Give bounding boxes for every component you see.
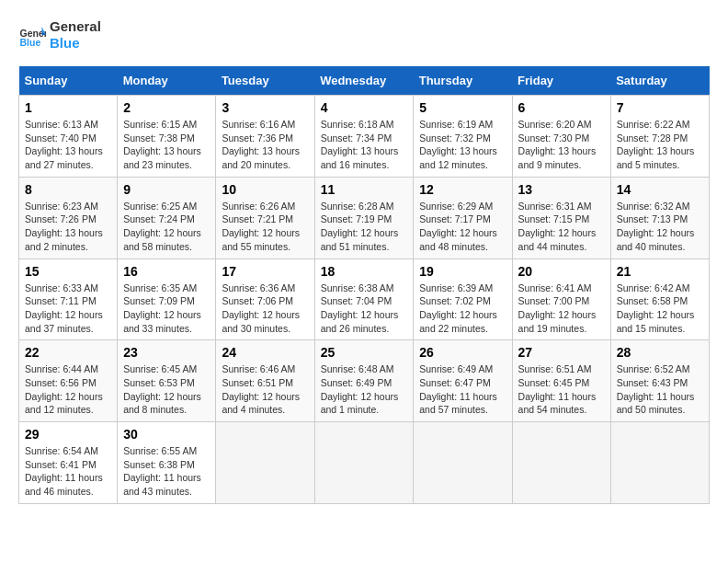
calendar-cell: 2Sunrise: 6:15 AM Sunset: 7:38 PM Daylig… [118,96,216,178]
calendar-cell: 30Sunrise: 6:55 AM Sunset: 6:38 PM Dayli… [118,422,216,504]
week-row-2: 8Sunrise: 6:23 AM Sunset: 7:26 PM Daylig… [19,177,710,259]
calendar-cell [314,422,414,504]
calendar-cell [610,422,709,504]
calendar-cell: 23Sunrise: 6:45 AM Sunset: 6:53 PM Dayli… [118,340,216,422]
calendar-cell: 16Sunrise: 6:35 AM Sunset: 7:09 PM Dayli… [118,259,216,340]
col-header-monday: Monday [118,66,216,96]
day-number: 22 [25,345,111,360]
header-row: SundayMondayTuesdayWednesdayThursdayFrid… [19,66,710,96]
week-row-4: 22Sunrise: 6:44 AM Sunset: 6:56 PM Dayli… [19,340,710,422]
calendar-cell: 11Sunrise: 6:28 AM Sunset: 7:19 PM Dayli… [314,177,414,259]
day-number: 11 [321,182,408,197]
day-number: 24 [222,345,308,360]
day-info: Sunrise: 6:46 AM Sunset: 6:51 PM Dayligh… [222,362,308,417]
day-number: 5 [419,100,506,115]
col-header-friday: Friday [512,66,610,96]
day-number: 12 [419,182,506,197]
col-header-saturday: Saturday [610,66,709,96]
svg-text:Blue: Blue [20,37,41,48]
calendar-cell: 10Sunrise: 6:26 AM Sunset: 7:21 PM Dayli… [216,177,314,259]
day-number: 19 [419,264,506,279]
day-number: 16 [123,264,210,279]
calendar-cell [414,422,512,504]
calendar-cell: 18Sunrise: 6:38 AM Sunset: 7:04 PM Dayli… [314,259,414,340]
calendar-cell: 8Sunrise: 6:23 AM Sunset: 7:26 PM Daylig… [19,177,118,259]
calendar-cell: 25Sunrise: 6:48 AM Sunset: 6:49 PM Dayli… [314,340,414,422]
day-number: 20 [518,264,605,279]
day-info: Sunrise: 6:45 AM Sunset: 6:53 PM Dayligh… [123,362,210,417]
col-header-sunday: Sunday [19,66,118,96]
day-number: 17 [222,264,308,279]
day-info: Sunrise: 6:33 AM Sunset: 7:11 PM Dayligh… [25,282,111,336]
logo: General Blue General Blue [18,18,101,52]
day-info: Sunrise: 6:38 AM Sunset: 7:04 PM Dayligh… [321,282,408,336]
day-number: 10 [222,182,308,197]
day-info: Sunrise: 6:52 AM Sunset: 6:43 PM Dayligh… [617,362,703,417]
calendar-cell: 19Sunrise: 6:39 AM Sunset: 7:02 PM Dayli… [414,259,512,340]
calendar-cell: 1Sunrise: 6:13 AM Sunset: 7:40 PM Daylig… [19,96,118,178]
day-info: Sunrise: 6:28 AM Sunset: 7:19 PM Dayligh… [321,200,408,254]
day-info: Sunrise: 6:15 AM Sunset: 7:38 PM Dayligh… [123,118,210,172]
day-info: Sunrise: 6:44 AM Sunset: 6:56 PM Dayligh… [25,362,111,417]
calendar-table: SundayMondayTuesdayWednesdayThursdayFrid… [18,66,710,504]
day-info: Sunrise: 6:18 AM Sunset: 7:34 PM Dayligh… [321,118,408,172]
calendar-cell: 17Sunrise: 6:36 AM Sunset: 7:06 PM Dayli… [216,259,314,340]
day-number: 8 [25,182,111,197]
col-header-thursday: Thursday [414,66,512,96]
calendar-cell: 9Sunrise: 6:25 AM Sunset: 7:24 PM Daylig… [118,177,216,259]
day-info: Sunrise: 6:49 AM Sunset: 6:47 PM Dayligh… [419,362,506,417]
day-number: 28 [617,345,703,360]
day-info: Sunrise: 6:26 AM Sunset: 7:21 PM Dayligh… [222,200,308,254]
week-row-1: 1Sunrise: 6:13 AM Sunset: 7:40 PM Daylig… [19,96,710,178]
calendar-cell: 22Sunrise: 6:44 AM Sunset: 6:56 PM Dayli… [19,340,118,422]
day-number: 15 [25,264,111,279]
calendar-cell: 28Sunrise: 6:52 AM Sunset: 6:43 PM Dayli… [610,340,709,422]
week-row-3: 15Sunrise: 6:33 AM Sunset: 7:11 PM Dayli… [19,259,710,340]
day-info: Sunrise: 6:36 AM Sunset: 7:06 PM Dayligh… [222,282,308,336]
calendar-cell: 27Sunrise: 6:51 AM Sunset: 6:45 PM Dayli… [512,340,610,422]
day-number: 9 [123,182,210,197]
day-info: Sunrise: 6:25 AM Sunset: 7:24 PM Dayligh… [123,200,210,254]
calendar-cell: 21Sunrise: 6:42 AM Sunset: 6:58 PM Dayli… [610,259,709,340]
day-info: Sunrise: 6:39 AM Sunset: 7:02 PM Dayligh… [419,282,506,336]
day-number: 26 [419,345,506,360]
calendar-cell: 3Sunrise: 6:16 AM Sunset: 7:36 PM Daylig… [216,96,314,178]
day-number: 29 [25,427,111,442]
day-number: 6 [518,100,605,115]
day-info: Sunrise: 6:23 AM Sunset: 7:26 PM Dayligh… [25,200,111,254]
day-number: 27 [518,345,605,360]
day-number: 1 [25,100,111,115]
day-info: Sunrise: 6:51 AM Sunset: 6:45 PM Dayligh… [518,362,605,417]
calendar-cell: 4Sunrise: 6:18 AM Sunset: 7:34 PM Daylig… [314,96,414,178]
day-info: Sunrise: 6:48 AM Sunset: 6:49 PM Dayligh… [321,362,408,417]
day-number: 4 [321,100,408,115]
calendar-cell: 26Sunrise: 6:49 AM Sunset: 6:47 PM Dayli… [414,340,512,422]
day-number: 21 [617,264,703,279]
calendar-cell [512,422,610,504]
day-number: 25 [321,345,408,360]
day-info: Sunrise: 6:19 AM Sunset: 7:32 PM Dayligh… [419,118,506,172]
calendar-cell: 24Sunrise: 6:46 AM Sunset: 6:51 PM Dayli… [216,340,314,422]
calendar-cell: 6Sunrise: 6:20 AM Sunset: 7:30 PM Daylig… [512,96,610,178]
day-info: Sunrise: 6:42 AM Sunset: 6:58 PM Dayligh… [617,282,703,336]
day-number: 13 [518,182,605,197]
day-number: 2 [123,100,210,115]
calendar-cell: 5Sunrise: 6:19 AM Sunset: 7:32 PM Daylig… [414,96,512,178]
day-number: 30 [123,427,210,442]
day-info: Sunrise: 6:31 AM Sunset: 7:15 PM Dayligh… [518,200,605,254]
day-info: Sunrise: 6:29 AM Sunset: 7:17 PM Dayligh… [419,200,506,254]
calendar-cell: 15Sunrise: 6:33 AM Sunset: 7:11 PM Dayli… [19,259,118,340]
page-header: General Blue General Blue [18,18,710,52]
day-info: Sunrise: 6:22 AM Sunset: 7:28 PM Dayligh… [617,118,703,172]
calendar-cell: 12Sunrise: 6:29 AM Sunset: 7:17 PM Dayli… [414,177,512,259]
calendar-cell: 14Sunrise: 6:32 AM Sunset: 7:13 PM Dayli… [610,177,709,259]
calendar-cell: 20Sunrise: 6:41 AM Sunset: 7:00 PM Dayli… [512,259,610,340]
day-number: 7 [617,100,703,115]
day-info: Sunrise: 6:55 AM Sunset: 6:38 PM Dayligh… [123,444,210,499]
calendar-cell: 7Sunrise: 6:22 AM Sunset: 7:28 PM Daylig… [610,96,709,178]
logo-icon: General Blue [18,21,46,49]
day-info: Sunrise: 6:20 AM Sunset: 7:30 PM Dayligh… [518,118,605,172]
day-info: Sunrise: 6:13 AM Sunset: 7:40 PM Dayligh… [25,118,111,172]
day-number: 23 [123,345,210,360]
day-info: Sunrise: 6:54 AM Sunset: 6:41 PM Dayligh… [25,444,111,499]
